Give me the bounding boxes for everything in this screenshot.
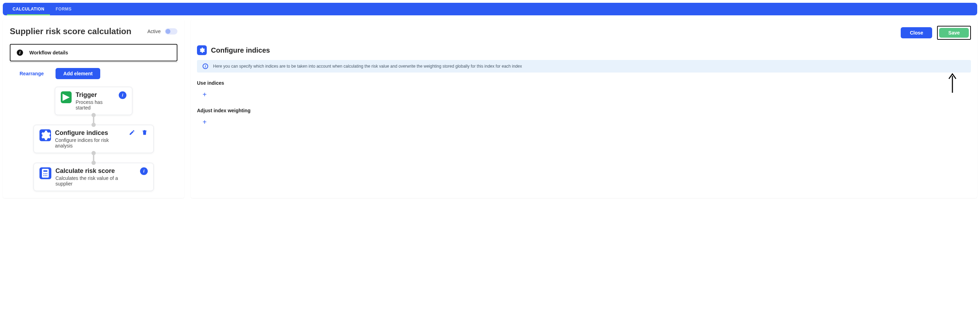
info-banner: i Here you can specify which indices are…: [197, 60, 971, 73]
page-title: Supplier risk score calculation: [10, 27, 131, 36]
gear-icon: [40, 129, 51, 141]
connector: [93, 153, 94, 163]
toggle-knob: [165, 29, 170, 34]
svg-point-5: [43, 176, 45, 176]
svg-point-6: [45, 176, 46, 176]
workflow-details-box[interactable]: i Workflow details: [10, 44, 177, 61]
delete-icon[interactable]: [142, 129, 148, 136]
configure-subtitle: Configure indices for risk analysis: [55, 138, 125, 149]
info-text: Here you can specify which indices are t…: [213, 64, 522, 69]
workflow-details-divider: [10, 62, 177, 62]
info-icon: i: [202, 63, 208, 69]
svg-point-3: [45, 173, 46, 174]
workflow-node-configure-indices[interactable]: Configure indices Configure indices for …: [33, 125, 154, 153]
workflow-node-calculate-risk-score[interactable]: Calculate risk score Calculates the risk…: [33, 163, 154, 191]
calculator-icon: [40, 167, 51, 179]
info-icon: i: [17, 49, 23, 56]
add-element-label: Add element: [63, 71, 92, 76]
active-label: Active: [147, 28, 161, 34]
info-icon[interactable]: i: [140, 167, 148, 175]
workflow-details-label: Workflow details: [29, 50, 68, 55]
info-icon[interactable]: i: [119, 91, 126, 99]
top-nav-bar: CALCULATION FORMS: [3, 3, 977, 15]
rearrange-button[interactable]: Rearrange: [19, 71, 44, 76]
connector: [93, 115, 94, 125]
close-button[interactable]: Close: [901, 27, 932, 38]
play-icon: [61, 91, 72, 103]
configure-panel: Close Save Configure indices: [191, 19, 977, 198]
use-indices-label: Use indices: [197, 80, 971, 86]
adjust-weighting-label: Adjust index weighting: [197, 108, 971, 113]
arrow-annotation: [948, 73, 957, 93]
trigger-subtitle: Process has started: [76, 99, 115, 111]
save-highlight: Save: [937, 26, 971, 40]
edit-icon[interactable]: [129, 129, 135, 136]
tab-calculation-label: CALCULATION: [13, 6, 45, 11]
save-button[interactable]: Save: [939, 28, 969, 38]
add-element-button[interactable]: Add element: [56, 68, 100, 79]
svg-point-4: [46, 173, 48, 174]
tab-calculation[interactable]: CALCULATION: [7, 3, 50, 15]
rearrange-label: Rearrange: [19, 71, 44, 76]
tab-forms[interactable]: FORMS: [50, 3, 77, 15]
gear-icon: [197, 45, 207, 55]
save-label: Save: [948, 30, 960, 36]
calculate-title: Calculate risk score: [56, 167, 136, 175]
svg-point-7: [46, 176, 48, 176]
add-weighting-button[interactable]: +: [197, 113, 207, 128]
workflow-panel: Supplier risk score calculation Active i…: [3, 19, 185, 198]
trigger-title: Trigger: [76, 91, 115, 99]
section-title: Configure indices: [211, 46, 270, 54]
svg-point-2: [43, 173, 45, 174]
workflow-diagram: Trigger Process has started i Configure …: [10, 87, 177, 191]
add-index-button[interactable]: +: [197, 86, 207, 100]
close-label: Close: [910, 30, 923, 36]
tab-forms-label: FORMS: [56, 6, 72, 11]
calculate-subtitle: Calculates the risk value of a supplier: [56, 176, 136, 187]
active-toggle[interactable]: [165, 28, 177, 35]
configure-title: Configure indices: [55, 129, 125, 137]
svg-rect-1: [43, 171, 47, 172]
workflow-node-trigger[interactable]: Trigger Process has started i: [55, 87, 132, 115]
